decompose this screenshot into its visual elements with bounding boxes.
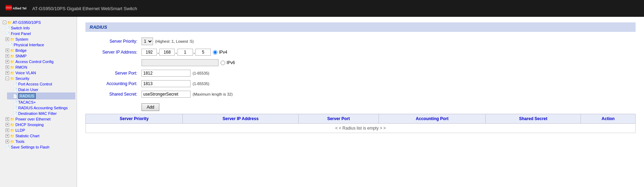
accounting-port-control: (1-65535): [141, 80, 209, 87]
sidebar-item-snmp[interactable]: + 📁 SNMP: [4, 53, 75, 59]
accounting-port-input[interactable]: [141, 80, 191, 87]
col-server-port: Server Port: [298, 114, 379, 124]
expander-snmp[interactable]: +: [6, 54, 9, 58]
company-logo: Allied Telesis: [6, 4, 27, 13]
sidebar-link-access-control[interactable]: Access Control Config: [15, 60, 54, 64]
sidebar-link-lldp[interactable]: LLDP: [15, 128, 25, 132]
sidebar-item-tools[interactable]: + 📁 Tools: [4, 139, 75, 144]
sidebar-item-system[interactable]: + 📁 System: [4, 36, 75, 42]
ipv6-label: IPv6: [227, 60, 235, 65]
server-priority-select[interactable]: 1 2 3 4 5: [141, 37, 153, 45]
server-port-hint: (1-65535): [193, 71, 209, 75]
sidebar-link-snmp[interactable]: SNMP: [15, 54, 27, 58]
sidebar-link-save-settings[interactable]: Save Settings to Flash: [11, 145, 49, 149]
sidebar-item-dial-in-user[interactable]: 📄 Dial-in User: [7, 87, 75, 92]
expander-tools[interactable]: +: [6, 140, 9, 143]
sidebar-link-rmon[interactable]: RMON: [15, 65, 27, 69]
logo-area: Allied Telesis: [6, 4, 27, 13]
sidebar-item-lldp[interactable]: + 📁 LLDP: [4, 127, 75, 133]
main-content: RADIUS Server Priority: 1 2 3 4 5 (Highe…: [77, 17, 644, 187]
sidebar-item-rmon[interactable]: + 📁 RMON: [4, 64, 75, 70]
radius-label: RADIUS: [18, 93, 36, 99]
sidebar-link-dhcp[interactable]: DHCP Snooping: [15, 123, 44, 127]
server-priority-row: Server Priority: 1 2 3 4 5 (Highest :1, …: [85, 37, 636, 45]
sidebar-link-statistic[interactable]: Statistic Chart: [15, 134, 39, 138]
sidebar-item-physical-interface[interactable]: 📄 Physical Interface: [7, 42, 75, 48]
sidebar-item-save-settings[interactable]: 📄 Save Settings to Flash: [4, 144, 75, 150]
server-port-row: Server Port: (1-65535): [85, 70, 636, 77]
expander-voice-vlan[interactable]: +: [6, 71, 9, 75]
server-ip-row: Server IP Address: . . . IPv4: [85, 49, 636, 56]
expander-root[interactable]: -: [3, 21, 6, 24]
add-button[interactable]: Add: [141, 103, 159, 111]
col-server-ip: Server IP Address: [183, 114, 299, 124]
expander-bridge[interactable]: +: [6, 49, 9, 52]
col-accounting-port: Accounting Port: [379, 114, 485, 124]
radius-table: Server Priority Server IP Address Server…: [85, 114, 636, 133]
sidebar-link-root[interactable]: AT-GS950/10PS: [13, 20, 41, 25]
sidebar-link-bridge[interactable]: Bridge: [15, 48, 27, 53]
server-priority-hint: (Highest :1, Lowest :5): [155, 39, 194, 43]
expander-poe[interactable]: +: [6, 117, 9, 121]
ip-octet-4[interactable]: [195, 49, 211, 56]
sidebar-item-root[interactable]: - 📁 AT-GS950/10PS: [1, 20, 75, 25]
sidebar-item-security[interactable]: - 📁 Security: [4, 76, 75, 81]
sidebar-link-physical-interface[interactable]: Physical Interface: [14, 43, 44, 47]
sidebar-item-tacacs[interactable]: 📄 TACACS+: [7, 99, 75, 105]
expander-rmon[interactable]: +: [6, 65, 9, 69]
accounting-port-hint: (1-65535): [193, 82, 209, 86]
ipv4-label: IPv4: [219, 50, 227, 55]
sidebar-item-switch-info[interactable]: 📄 Switch Info: [4, 25, 75, 31]
expander-access-control[interactable]: +: [6, 60, 9, 63]
expander-dhcp[interactable]: +: [6, 123, 9, 126]
radius-form: Server Priority: 1 2 3 4 5 (Highest :1, …: [85, 37, 636, 98]
ip-octet-2[interactable]: [159, 49, 175, 56]
server-port-label: Server Port:: [85, 71, 141, 76]
ipv6-input[interactable]: [141, 59, 219, 66]
ip-octet-3[interactable]: [178, 49, 193, 56]
server-priority-label: Server Priority:: [85, 39, 141, 44]
product-title: AT-GS950/10PS Gigabit Ethernet WebSmart …: [32, 6, 137, 11]
sidebar-item-statistic[interactable]: + 📁 Statistic Chart: [4, 133, 75, 139]
server-ipv6-row: IPv6: [85, 59, 636, 66]
sidebar-item-bridge[interactable]: + 📁 Bridge: [4, 48, 75, 53]
accounting-port-label: Accounting Port:: [85, 81, 141, 86]
expander-security[interactable]: -: [6, 77, 9, 80]
sidebar-link-poe[interactable]: Power over Ethernet: [15, 117, 50, 121]
sidebar-item-access-control[interactable]: + 📁 Access Control Config: [4, 59, 75, 64]
sidebar-item-front-panel[interactable]: 📄 Front Panel: [4, 31, 75, 36]
shared-secret-control: (Maximum length is 32): [141, 91, 233, 98]
sidebar-item-port-access-control[interactable]: 📄 Port Access Control: [7, 81, 75, 87]
sidebar-item-poe[interactable]: + 📁 Power over Ethernet: [4, 116, 75, 122]
server-port-input[interactable]: [141, 70, 191, 77]
ipv6-radio[interactable]: [221, 61, 225, 65]
server-port-control: (1-65535): [141, 70, 209, 77]
sidebar-link-radius-accounting[interactable]: RADIUS Accounting Settings: [18, 106, 68, 110]
sidebar-link-port-access-control[interactable]: Port Access Control: [18, 82, 52, 86]
expander-statistic[interactable]: +: [6, 134, 9, 138]
sidebar-link-security[interactable]: Security: [15, 76, 29, 81]
sidebar-item-voice-vlan[interactable]: + 📁 Voice VLAN: [4, 70, 75, 76]
sidebar: - 📁 AT-GS950/10PS 📄 Switch Info 📄 Front …: [0, 17, 77, 187]
expander-lldp[interactable]: +: [6, 129, 9, 132]
sidebar-link-front-panel[interactable]: Front Panel: [11, 32, 31, 36]
sidebar-item-dhcp-snooping[interactable]: + 📁 DHCP Snooping: [4, 122, 75, 127]
sidebar-link-system[interactable]: System: [15, 37, 28, 41]
sidebar-link-tools[interactable]: Tools: [15, 139, 25, 144]
sidebar-link-tacacs[interactable]: TACACS+: [18, 100, 36, 104]
sidebar-item-radius[interactable]: 📄 RADIUS: [7, 92, 75, 99]
sidebar-link-destination-mac[interactable]: Destination MAC Filter: [18, 111, 57, 116]
section-title: RADIUS: [85, 22, 636, 32]
sidebar-link-voice-vlan[interactable]: Voice VLAN: [15, 71, 36, 75]
sidebar-item-radius-accounting[interactable]: 📄 RADIUS Accounting Settings: [7, 105, 75, 111]
ip-octet-1[interactable]: [141, 49, 157, 56]
shared-secret-input[interactable]: [141, 91, 191, 98]
shared-secret-row: Shared Secret: (Maximum length is 32): [85, 91, 636, 98]
sidebar-link-dial-in-user[interactable]: Dial-in User: [18, 88, 38, 92]
ipv4-radio-group: IPv4: [213, 50, 227, 55]
expander-system[interactable]: +: [6, 37, 9, 41]
ipv4-radio[interactable]: [213, 50, 217, 55]
sidebar-link-switch-info[interactable]: Switch Info: [11, 26, 30, 30]
sidebar-item-destination-mac[interactable]: 📄 Destination MAC Filter: [7, 111, 75, 116]
table-empty-row: < < Radius list is empty > >: [86, 124, 636, 133]
